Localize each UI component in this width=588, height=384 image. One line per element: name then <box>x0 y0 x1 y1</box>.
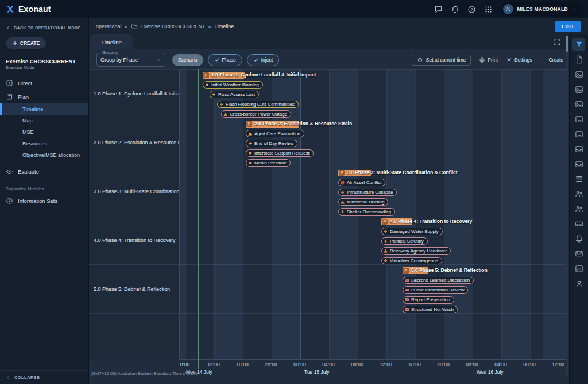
inject-item[interactable]: Cross-border Power Outage <box>221 110 291 118</box>
inject-item[interactable]: Interstate Support Request <box>246 149 314 157</box>
inject-type-icon <box>383 248 388 254</box>
rail-users-button[interactable] <box>572 202 585 215</box>
inject-type-icon <box>247 160 253 166</box>
chat-button[interactable] <box>434 5 443 14</box>
envelope-icon <box>404 287 409 293</box>
sidebar-item-plan[interactable]: Plan <box>0 90 88 103</box>
inject-item[interactable]: Lessons Learned Discussion <box>403 277 474 284</box>
rail-file-button[interactable] <box>572 53 585 66</box>
sidebar: BACK TO OPERATIONAL MODE CREATE Exercise… <box>0 18 89 384</box>
chip-phase[interactable]: Phase <box>208 54 242 66</box>
settings-button[interactable]: Settings <box>506 57 532 63</box>
collapse-sidebar-button[interactable]: COLLAPSE <box>0 370 88 384</box>
create-button[interactable]: CREATE <box>6 37 46 49</box>
inject-item[interactable]: Political Scrutiny <box>381 237 428 245</box>
inject-item[interactable]: Flash Flooding Cuts Communities <box>217 101 299 108</box>
breadcrumb-item[interactable]: operational <box>96 24 122 29</box>
set-current-time-button[interactable]: Set at current time <box>412 55 471 66</box>
rail-tray-button[interactable] <box>572 113 585 125</box>
inject-item[interactable]: Road Access Lost <box>210 91 259 98</box>
sidebar-item-mse[interactable]: MSE <box>0 126 88 138</box>
sidebar-item-objective-mse-allocation[interactable]: Objective/MSE allocation <box>0 149 88 161</box>
sidebar-item-resources[interactable]: Resources <box>0 138 88 149</box>
bell-button[interactable] <box>451 5 459 14</box>
filter-chips: ScenarioPhaseInject <box>172 54 279 66</box>
inject-item[interactable]: Structured Hot Wash <box>403 306 458 313</box>
inject-item[interactable]: End of Day Review <box>246 140 297 147</box>
edit-button[interactable]: EDIT <box>555 21 581 32</box>
grouping-select[interactable]: Grouping Group by Phase <box>96 53 165 67</box>
back-to-operational-link[interactable]: BACK TO OPERATIONAL MODE <box>0 18 88 35</box>
print-button[interactable]: Print <box>479 57 497 63</box>
back-link-label: BACK TO OPERATIONAL MODE <box>14 26 81 30</box>
rail-mail-button[interactable] <box>572 247 585 260</box>
rail-image-button[interactable] <box>572 83 585 95</box>
rail-tray-button[interactable] <box>572 158 585 170</box>
create-inject-button[interactable]: Create <box>540 57 563 63</box>
axis-tick-label: 00:00 <box>293 362 305 367</box>
sidebar-item-map[interactable]: Map <box>0 115 88 126</box>
inject-item[interactable]: Public Information Review <box>403 286 468 294</box>
inject-item[interactable]: Volunteer Convergence <box>381 257 442 264</box>
apps-button[interactable] <box>484 5 493 14</box>
inject-item[interactable]: Initial Weather Warning <box>203 81 263 89</box>
chip-scenario[interactable]: Scenario <box>172 54 203 66</box>
tab-timeline[interactable]: Timeline <box>90 34 133 49</box>
app-logo[interactable]: Exonaut <box>6 5 51 14</box>
sidebar-item-information-sets[interactable]: Information Sets <box>0 194 88 208</box>
rail-image-button[interactable] <box>572 98 585 110</box>
rail-html-button[interactable]: HTML <box>572 217 585 230</box>
current-time-line[interactable] <box>198 69 199 369</box>
timeline-plot[interactable]: 1.0 Phase 1: Cyclone Landfall & Initial … <box>179 69 566 359</box>
inject-type-icon <box>211 92 216 97</box>
rail-rows-button[interactable] <box>572 172 585 185</box>
rail-person-button[interactable] <box>572 277 585 290</box>
toolbar-actions: Set at current time Print Settings Creat… <box>412 55 563 66</box>
rail-tray-button[interactable] <box>572 128 585 140</box>
sidebar-item-label: Evaluate <box>18 168 39 175</box>
rail-image-button[interactable] <box>572 68 585 80</box>
triangle-icon <box>247 131 253 136</box>
vertical-scrollbar[interactable] <box>566 36 568 377</box>
phase-bar-label: 1.0 Phase 1: Cyclone Landfall & Initial … <box>211 72 316 78</box>
sidebar-item-evaluate[interactable]: Evaluate <box>0 164 88 178</box>
axis-tick-label: 08:00 <box>351 362 363 367</box>
sidebar-item-direct[interactable]: Direct <box>0 76 88 90</box>
scrollbar-thumb[interactable] <box>566 36 568 52</box>
inject-label: Cross-border Power Outage <box>230 112 287 117</box>
inject-item[interactable]: Aged Care Evacuation <box>246 130 304 137</box>
help-button[interactable]: ? <box>467 5 476 14</box>
inject-type-icon <box>219 102 224 107</box>
inject-label: Public Information Review <box>411 287 464 293</box>
inject-item[interactable]: Ministerial Briefing <box>338 198 388 206</box>
axis-tick-label: 04:00 <box>494 362 506 367</box>
rail-tray-button[interactable] <box>572 143 585 155</box>
chip-inject[interactable]: Inject <box>247 54 279 66</box>
sidebar-item-timeline[interactable]: Timeline <box>0 103 88 115</box>
logo-x-icon <box>6 5 15 14</box>
inject-item[interactable]: Shelter Overcrowding <box>338 208 395 216</box>
chevron-down-icon <box>571 6 578 13</box>
phase-row: 1.0 Phase 1: Cyclone Landfall & Initial … <box>180 70 566 118</box>
inject-item[interactable]: Recovery Agency Handover <box>381 247 451 255</box>
rail-users-button[interactable] <box>572 187 585 200</box>
inject-item[interactable]: Infrastructure Collapse <box>338 189 397 196</box>
chevron-left-icon <box>6 375 11 380</box>
fullscreen-button[interactable] <box>554 39 561 46</box>
inject-item[interactable]: Air Asset Conflict <box>338 179 385 186</box>
flag-icon <box>339 171 344 175</box>
rail-bell-button[interactable] <box>572 232 585 245</box>
axis-tick-label: 16:00 <box>236 362 248 367</box>
breadcrumb-item[interactable]: Exercise CROSSCURRENT <box>131 23 206 30</box>
rail-chart-button[interactable] <box>572 262 585 275</box>
inject-item[interactable]: Damaged Water Supply <box>381 228 443 235</box>
rail-filter-button[interactable] <box>572 38 585 51</box>
breadcrumb-item[interactable]: Timeline <box>215 24 234 29</box>
inject-label: Road Access Lost <box>218 92 255 97</box>
axis-tick-label: 00:00 <box>466 362 478 367</box>
diamond-icon <box>340 209 345 214</box>
phase-row-label: 2.0 Phase 2: Escalation & Resource S... <box>89 118 179 167</box>
user-menu[interactable]: MILES MACDONALD <box>501 2 582 16</box>
inject-item[interactable]: Media Pressure <box>246 159 291 167</box>
inject-item[interactable]: Report Preparation <box>403 296 454 304</box>
